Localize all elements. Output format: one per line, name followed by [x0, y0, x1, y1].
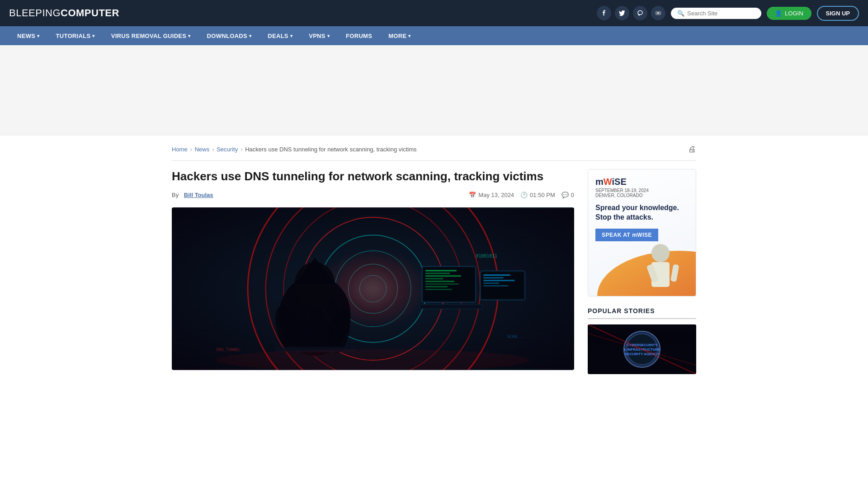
svg-rect-28: [425, 286, 448, 287]
social-icons: [597, 6, 665, 20]
mwise-tagline: Spread your knowledge. Stop the attacks.: [595, 203, 689, 222]
popular-story-thumbnail: CYBERSECURITY & INFRASTRUCTURE SECURITY …: [588, 324, 696, 374]
svg-rect-37: [420, 304, 482, 309]
nav-downloads[interactable]: DOWNLOADS ▾: [199, 26, 260, 45]
svg-rect-23: [425, 272, 450, 274]
meta-author-area: By Bill Toulas: [172, 192, 213, 198]
svg-text:DNS_TUNNEL: DNS_TUNNEL: [217, 347, 241, 352]
breadcrumb-sep-2: ›: [212, 146, 214, 153]
svg-rect-29: [425, 289, 452, 290]
sidebar: mWiSE SEPTEMBER 18-19, 2024 DENVER, COLO…: [588, 169, 696, 374]
svg-point-13: [346, 266, 400, 311]
nav-virus-arrow: ▾: [188, 33, 190, 38]
mwise-ad: mWiSE SEPTEMBER 18-19, 2024 DENVER, COLO…: [588, 169, 696, 296]
svg-point-42: [597, 251, 696, 296]
breadcrumb-sep-1: ›: [190, 146, 192, 153]
nav-more[interactable]: MORE ▾: [380, 26, 419, 45]
youtube-icon[interactable]: [651, 6, 665, 20]
user-icon: 👤: [775, 10, 782, 17]
main-container: Home › News › Security › Hackers use DNS…: [163, 136, 705, 374]
mwise-date: SEPTEMBER 18-19, 2024 DENVER, COLORADO: [595, 188, 689, 198]
site-header: BLEEPINGCOMPUTER 🔍 👤 LOGIN SIGN UP: [0, 0, 868, 26]
svg-rect-22: [425, 270, 457, 271]
site-logo[interactable]: BLEEPINGCOMPUTER: [9, 7, 119, 19]
article-date: 📅 May 13, 2024: [469, 192, 514, 198]
login-button[interactable]: 👤 LOGIN: [767, 7, 811, 20]
article-hero-image: 01001011 DNS_TUNNEL SCAN...: [172, 207, 574, 370]
svg-rect-25: [425, 278, 443, 279]
nav-forums[interactable]: FORUMS: [338, 26, 380, 45]
calendar-icon: 📅: [469, 192, 476, 198]
nav-vpns-arrow: ▾: [327, 33, 330, 38]
popular-story-image-1[interactable]: CYBERSECURITY & INFRASTRUCTURE SECURITY …: [588, 324, 696, 374]
breadcrumb-sep-3: ›: [241, 146, 242, 153]
article-title: Hackers use DNS tunneling for network sc…: [172, 169, 574, 184]
hacker-illustration: 01001011 DNS_TUNNEL SCAN...: [172, 207, 574, 370]
search-box: 🔍: [671, 8, 761, 19]
popular-stories-section: POPULAR STORIES CYBERSECURITY & INFRASTR…: [588, 307, 696, 374]
nav-vpns[interactable]: VPNS ▾: [301, 26, 338, 45]
facebook-icon[interactable]: [597, 6, 611, 20]
mastodon-icon[interactable]: [633, 6, 647, 20]
svg-text:01001011: 01001011: [476, 253, 497, 258]
svg-rect-34: [483, 280, 514, 281]
svg-rect-35: [483, 282, 499, 284]
mwise-ad-inner: mWiSE SEPTEMBER 18-19, 2024 DENVER, COLO…: [588, 169, 696, 296]
svg-point-43: [651, 244, 670, 262]
nav-downloads-arrow: ▾: [249, 33, 251, 38]
nav-virus-removal[interactable]: VIRUS REMOVAL GUIDES ▾: [103, 26, 199, 45]
breadcrumb-security[interactable]: Security: [217, 146, 238, 153]
logo-light: BLEEPING: [9, 7, 61, 19]
clock-icon: 🕐: [520, 192, 528, 198]
by-label: By: [172, 192, 179, 198]
search-input[interactable]: [687, 10, 755, 17]
svg-rect-27: [425, 283, 459, 285]
header-right: 🔍 👤 LOGIN SIGN UP: [597, 6, 859, 21]
main-nav: NEWS ▾ TUTORIALS ▾ VIRUS REMOVAL GUIDES …: [0, 26, 868, 45]
popular-stories-title: POPULAR STORIES: [588, 307, 696, 319]
breadcrumb-home[interactable]: Home: [172, 146, 188, 153]
breadcrumb-news[interactable]: News: [195, 146, 210, 153]
breadcrumb-current: Hackers use DNS tunneling for network sc…: [245, 146, 416, 153]
article-meta: By Bill Toulas 📅 May 13, 2024 🕐 01:50 PM…: [172, 192, 574, 198]
author-link[interactable]: Bill Toulas: [184, 192, 213, 198]
search-icon: 🔍: [677, 10, 684, 17]
nav-news-arrow: ▾: [37, 33, 39, 38]
nav-deals[interactable]: DEALS ▾: [259, 26, 301, 45]
twitter-icon[interactable]: [615, 6, 629, 20]
content-layout: Hackers use DNS tunneling for network sc…: [172, 169, 696, 374]
svg-rect-32: [483, 274, 510, 276]
svg-rect-36: [483, 285, 508, 286]
breadcrumb: Home › News › Security › Hackers use DNS…: [172, 145, 696, 161]
ad-banner-top: [0, 45, 868, 136]
comment-icon: 💬: [561, 192, 569, 198]
svg-rect-33: [483, 277, 504, 278]
logo-bold: COMPUTER: [61, 7, 119, 19]
mwise-wave-decoration: [588, 228, 696, 296]
svg-text:SCAN...: SCAN...: [507, 334, 524, 339]
meta-date-area: 📅 May 13, 2024 🕐 01:50 PM 💬 0: [469, 192, 574, 198]
signup-button[interactable]: SIGN UP: [817, 6, 859, 21]
print-icon[interactable]: 🖨: [688, 145, 696, 154]
nav-news[interactable]: NEWS ▾: [9, 26, 48, 45]
svg-rect-26: [425, 281, 454, 282]
nav-more-arrow: ▾: [408, 33, 410, 38]
article: Hackers use DNS tunneling for network sc…: [172, 169, 574, 374]
nav-deals-arrow: ▾: [290, 33, 292, 38]
nav-tutorials-arrow: ▾: [92, 33, 94, 38]
article-time: 🕐 01:50 PM: [520, 192, 555, 198]
nav-tutorials[interactable]: TUTORIALS ▾: [48, 26, 103, 45]
mwise-logo-accent: W: [604, 177, 612, 187]
mwise-logo: mWiSE: [595, 177, 689, 187]
article-comments[interactable]: 💬 0: [561, 192, 574, 198]
svg-rect-24: [425, 275, 461, 277]
